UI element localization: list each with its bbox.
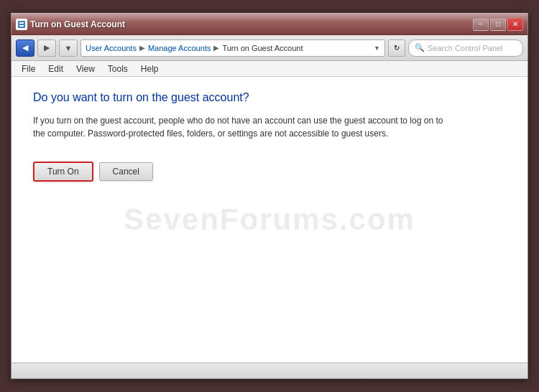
watermark: SevenForums.com xyxy=(124,202,415,237)
search-placeholder: Search Control Panel xyxy=(428,44,503,52)
dropdown-arrow[interactable]: ▼ xyxy=(374,45,380,52)
menu-bar: File Edit View Tools Help xyxy=(11,61,528,77)
breadcrumb-current: Turn on Guest Account xyxy=(222,44,303,52)
action-row: Turn On Cancel xyxy=(33,162,506,182)
content-area: SevenForums.com Do you want to turn on t… xyxy=(11,77,528,363)
window-icon xyxy=(16,19,27,30)
minimize-button[interactable]: − xyxy=(473,18,489,31)
title-bar-buttons: − □ ✕ xyxy=(473,18,523,31)
address-field[interactable]: User Accounts ▶ Manage Accounts ▶ Turn o… xyxy=(80,39,385,57)
menu-tools[interactable]: Tools xyxy=(102,62,134,75)
menu-file[interactable]: File xyxy=(16,62,41,75)
menu-edit[interactable]: Edit xyxy=(42,62,69,75)
cancel-button[interactable]: Cancel xyxy=(99,162,153,181)
page-heading: Do you want to turn on the guest account… xyxy=(33,91,506,104)
description-text: If you turn on the guest account, people… xyxy=(33,114,450,140)
title-bar: Turn on Guest Account − □ ✕ xyxy=(11,14,528,35)
search-field[interactable]: 🔍 Search Control Panel xyxy=(408,39,523,57)
address-bar: ◀ ▶ ▼ User Accounts ▶ Manage Accounts ▶ … xyxy=(11,35,528,61)
maximize-button[interactable]: □ xyxy=(490,18,506,31)
status-bar xyxy=(11,363,528,378)
menu-help[interactable]: Help xyxy=(135,62,165,75)
back-button[interactable]: ◀ xyxy=(16,39,34,57)
breadcrumb-user-accounts[interactable]: User Accounts xyxy=(86,44,137,52)
refresh-button[interactable]: ↻ xyxy=(388,39,405,57)
breadcrumb-arrow-1: ▶ xyxy=(139,44,145,52)
svg-rect-0 xyxy=(18,21,25,28)
search-icon: 🔍 xyxy=(415,43,425,52)
breadcrumb-manage-accounts[interactable]: Manage Accounts xyxy=(148,44,211,52)
menu-view[interactable]: View xyxy=(70,62,101,75)
close-button[interactable]: ✕ xyxy=(507,18,523,31)
title-bar-left: Turn on Guest Account xyxy=(16,19,125,30)
recent-button[interactable]: ▼ xyxy=(59,39,78,57)
breadcrumb-arrow-2: ▶ xyxy=(213,44,219,52)
window-title: Turn on Guest Account xyxy=(30,19,125,29)
svg-rect-1 xyxy=(19,22,24,24)
turn-on-button[interactable]: Turn On xyxy=(33,162,93,182)
forward-button[interactable]: ▶ xyxy=(37,39,56,57)
main-window: Turn on Guest Account − □ ✕ ◀ ▶ ▼ User A… xyxy=(11,13,528,379)
svg-rect-2 xyxy=(19,25,24,27)
